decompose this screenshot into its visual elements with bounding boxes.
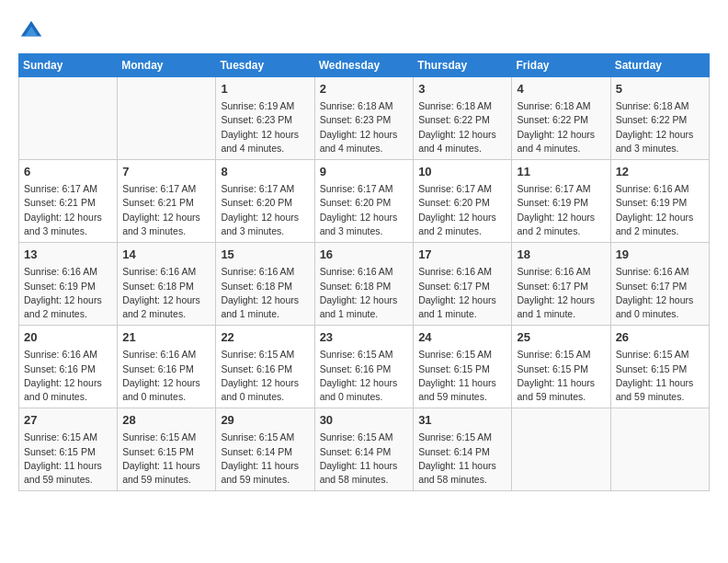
- weekday-header-thursday: Thursday: [414, 54, 512, 77]
- calendar-cell: 11Sunrise: 6:17 AM Sunset: 6:19 PM Dayli…: [512, 160, 610, 243]
- day-number: 2: [320, 81, 409, 98]
- day-detail: Sunrise: 6:15 AM Sunset: 6:15 PM Dayligh…: [418, 348, 506, 404]
- calendar-cell: [118, 77, 216, 160]
- day-number: 1: [221, 81, 309, 98]
- day-number: 25: [517, 329, 605, 346]
- day-detail: Sunrise: 6:15 AM Sunset: 6:15 PM Dayligh…: [517, 348, 605, 404]
- calendar-cell: 1Sunrise: 6:19 AM Sunset: 6:23 PM Daylig…: [216, 77, 314, 160]
- day-detail: Sunrise: 6:16 AM Sunset: 6:16 PM Dayligh…: [24, 348, 112, 404]
- calendar-body: 1Sunrise: 6:19 AM Sunset: 6:23 PM Daylig…: [19, 77, 710, 491]
- calendar-cell: 24Sunrise: 6:15 AM Sunset: 6:15 PM Dayli…: [414, 326, 512, 408]
- day-number: 3: [418, 81, 506, 98]
- weekday-header-monday: Monday: [118, 54, 216, 77]
- calendar-cell: 28Sunrise: 6:15 AM Sunset: 6:15 PM Dayli…: [118, 408, 216, 491]
- day-detail: Sunrise: 6:18 AM Sunset: 6:22 PM Dayligh…: [616, 99, 704, 155]
- calendar-cell: 31Sunrise: 6:15 AM Sunset: 6:14 PM Dayli…: [414, 408, 512, 491]
- day-number: 12: [616, 164, 704, 180]
- calendar-cell: 23Sunrise: 6:15 AM Sunset: 6:16 PM Dayli…: [314, 326, 414, 408]
- day-number: 8: [221, 164, 309, 180]
- day-number: 18: [517, 247, 605, 263]
- day-number: 27: [24, 412, 112, 429]
- calendar-cell: 4Sunrise: 6:18 AM Sunset: 6:22 PM Daylig…: [512, 77, 610, 160]
- day-number: 29: [221, 412, 309, 429]
- calendar-cell: 5Sunrise: 6:18 AM Sunset: 6:22 PM Daylig…: [610, 77, 709, 160]
- day-detail: Sunrise: 6:18 AM Sunset: 6:22 PM Dayligh…: [418, 99, 506, 155]
- day-detail: Sunrise: 6:18 AM Sunset: 6:23 PM Dayligh…: [320, 99, 409, 155]
- calendar-cell: 15Sunrise: 6:16 AM Sunset: 6:18 PM Dayli…: [216, 243, 314, 326]
- weekday-header-row: SundayMondayTuesdayWednesdayThursdayFrid…: [19, 54, 710, 77]
- calendar-cell: 7Sunrise: 6:17 AM Sunset: 6:21 PM Daylig…: [118, 160, 216, 243]
- day-number: 6: [24, 164, 112, 180]
- day-number: 21: [122, 329, 210, 346]
- day-detail: Sunrise: 6:15 AM Sunset: 6:15 PM Dayligh…: [616, 348, 704, 404]
- day-number: 9: [320, 164, 409, 180]
- calendar-cell: 8Sunrise: 6:17 AM Sunset: 6:20 PM Daylig…: [216, 160, 314, 243]
- calendar-cell: 14Sunrise: 6:16 AM Sunset: 6:18 PM Dayli…: [118, 243, 216, 326]
- day-detail: Sunrise: 6:15 AM Sunset: 6:15 PM Dayligh…: [122, 431, 210, 487]
- day-detail: Sunrise: 6:15 AM Sunset: 6:15 PM Dayligh…: [24, 431, 112, 487]
- day-detail: Sunrise: 6:16 AM Sunset: 6:17 PM Dayligh…: [418, 265, 506, 321]
- week-row-2: 6Sunrise: 6:17 AM Sunset: 6:21 PM Daylig…: [19, 160, 710, 243]
- day-number: 23: [320, 329, 409, 346]
- day-detail: Sunrise: 6:16 AM Sunset: 6:18 PM Dayligh…: [122, 265, 210, 321]
- day-number: 22: [221, 329, 309, 346]
- week-row-4: 20Sunrise: 6:16 AM Sunset: 6:16 PM Dayli…: [19, 326, 710, 408]
- day-number: 14: [122, 247, 210, 263]
- calendar-cell: [19, 77, 118, 160]
- calendar-cell: 16Sunrise: 6:16 AM Sunset: 6:18 PM Dayli…: [314, 243, 414, 326]
- day-detail: Sunrise: 6:18 AM Sunset: 6:22 PM Dayligh…: [517, 99, 605, 155]
- calendar-cell: 3Sunrise: 6:18 AM Sunset: 6:22 PM Daylig…: [414, 77, 512, 160]
- day-detail: Sunrise: 6:16 AM Sunset: 6:18 PM Dayligh…: [320, 265, 409, 321]
- weekday-header-wednesday: Wednesday: [314, 54, 414, 77]
- day-number: 24: [418, 329, 506, 346]
- day-detail: Sunrise: 6:16 AM Sunset: 6:19 PM Dayligh…: [24, 265, 112, 321]
- day-number: 4: [517, 81, 605, 98]
- day-number: 28: [122, 412, 210, 429]
- day-number: 16: [320, 247, 409, 263]
- day-detail: Sunrise: 6:15 AM Sunset: 6:14 PM Dayligh…: [320, 431, 409, 487]
- calendar: SundayMondayTuesdayWednesdayThursdayFrid…: [18, 53, 710, 491]
- day-detail: Sunrise: 6:16 AM Sunset: 6:18 PM Dayligh…: [221, 265, 309, 321]
- calendar-header: SundayMondayTuesdayWednesdayThursdayFrid…: [19, 54, 710, 77]
- day-number: 19: [616, 247, 704, 263]
- day-number: 5: [616, 81, 704, 98]
- calendar-cell: 27Sunrise: 6:15 AM Sunset: 6:15 PM Dayli…: [19, 408, 118, 491]
- page-header: [18, 18, 710, 44]
- calendar-cell: [610, 408, 709, 491]
- day-number: 13: [24, 247, 112, 263]
- day-detail: Sunrise: 6:15 AM Sunset: 6:14 PM Dayligh…: [418, 431, 506, 487]
- day-number: 26: [616, 329, 704, 346]
- calendar-cell: 30Sunrise: 6:15 AM Sunset: 6:14 PM Dayli…: [314, 408, 414, 491]
- day-detail: Sunrise: 6:17 AM Sunset: 6:20 PM Dayligh…: [418, 182, 506, 238]
- day-number: 15: [221, 247, 309, 263]
- calendar-cell: 25Sunrise: 6:15 AM Sunset: 6:15 PM Dayli…: [512, 326, 610, 408]
- day-detail: Sunrise: 6:16 AM Sunset: 6:17 PM Dayligh…: [616, 265, 704, 321]
- weekday-header-friday: Friday: [512, 54, 610, 77]
- day-number: 30: [320, 412, 409, 429]
- calendar-cell: 22Sunrise: 6:15 AM Sunset: 6:16 PM Dayli…: [216, 326, 314, 408]
- calendar-cell: 19Sunrise: 6:16 AM Sunset: 6:17 PM Dayli…: [610, 243, 709, 326]
- day-number: 17: [418, 247, 506, 263]
- week-row-3: 13Sunrise: 6:16 AM Sunset: 6:19 PM Dayli…: [19, 243, 710, 326]
- calendar-cell: 13Sunrise: 6:16 AM Sunset: 6:19 PM Dayli…: [19, 243, 118, 326]
- calendar-cell: 2Sunrise: 6:18 AM Sunset: 6:23 PM Daylig…: [314, 77, 414, 160]
- day-number: 7: [122, 164, 210, 180]
- calendar-cell: 29Sunrise: 6:15 AM Sunset: 6:14 PM Dayli…: [216, 408, 314, 491]
- calendar-cell: 20Sunrise: 6:16 AM Sunset: 6:16 PM Dayli…: [19, 326, 118, 408]
- weekday-header-sunday: Sunday: [19, 54, 118, 77]
- logo-icon: [18, 18, 44, 44]
- calendar-cell: 26Sunrise: 6:15 AM Sunset: 6:15 PM Dayli…: [610, 326, 709, 408]
- calendar-cell: [512, 408, 610, 491]
- logo: [18, 18, 48, 44]
- day-detail: Sunrise: 6:17 AM Sunset: 6:20 PM Dayligh…: [320, 182, 409, 238]
- day-detail: Sunrise: 6:15 AM Sunset: 6:16 PM Dayligh…: [320, 348, 409, 404]
- calendar-cell: 10Sunrise: 6:17 AM Sunset: 6:20 PM Dayli…: [414, 160, 512, 243]
- day-detail: Sunrise: 6:15 AM Sunset: 6:14 PM Dayligh…: [221, 431, 309, 487]
- day-detail: Sunrise: 6:19 AM Sunset: 6:23 PM Dayligh…: [221, 99, 309, 155]
- day-number: 20: [24, 329, 112, 346]
- calendar-cell: 6Sunrise: 6:17 AM Sunset: 6:21 PM Daylig…: [19, 160, 118, 243]
- day-detail: Sunrise: 6:16 AM Sunset: 6:16 PM Dayligh…: [122, 348, 210, 404]
- week-row-5: 27Sunrise: 6:15 AM Sunset: 6:15 PM Dayli…: [19, 408, 710, 491]
- calendar-cell: 18Sunrise: 6:16 AM Sunset: 6:17 PM Dayli…: [512, 243, 610, 326]
- weekday-header-saturday: Saturday: [610, 54, 709, 77]
